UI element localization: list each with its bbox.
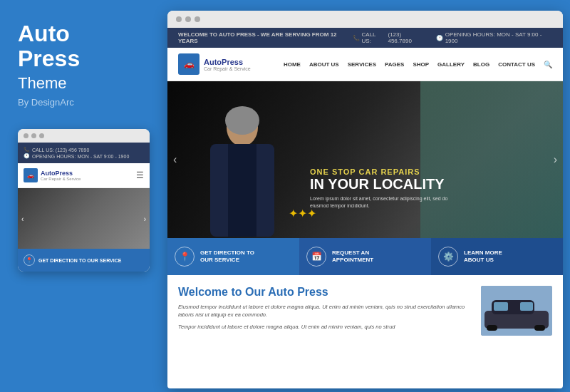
welcome-text: Welcome to Our Auto Press Eiusmod tempor… xyxy=(178,286,472,336)
mobile-nav-arrows: ‹ › xyxy=(18,215,150,222)
left-panel: Auto Press Theme By DesignArc 📞 CALL US:… xyxy=(0,0,157,392)
app-title: Auto Press Theme By DesignArc xyxy=(18,21,142,108)
hero-paragraph: Lorem ipsum dolor sit amet, consectetur … xyxy=(310,195,452,210)
mobile-phone-icon: 📞 xyxy=(24,147,30,153)
mobile-logo-text: AutoPress Car Repair & Service xyxy=(41,170,81,181)
appointment-icon: 📅 xyxy=(306,247,326,267)
site-logo-icon: 🚗 xyxy=(178,53,200,75)
mobile-phone: CALL US: (123) 456 7890 xyxy=(32,148,89,153)
direction-icon: 📍 xyxy=(175,247,195,267)
welcome-car-svg xyxy=(481,286,552,336)
nav-gallery[interactable]: GALLERY xyxy=(437,61,465,68)
nav-contact[interactable]: CONTACT US xyxy=(498,61,535,68)
browser-window: WELCOME TO AUTO PRESS - WE ARE SERVING F… xyxy=(167,11,563,388)
cta-direction[interactable]: 📍 GET DIRECTION TOOUR SERVICE xyxy=(167,238,299,275)
svg-point-2 xyxy=(225,106,259,135)
nav-shop[interactable]: SHOP xyxy=(413,61,429,68)
mobile-hours: OPENING HOURS: MON - SAT 9:00 - 1900 xyxy=(32,154,129,159)
learn-more-icon: ⚙️ xyxy=(438,247,458,267)
mobile-topbar: 📞 CALL US: (123) 456 7890 🕐 OPENING HOUR… xyxy=(18,143,150,163)
search-icon[interactable]: 🔍 xyxy=(544,61,552,68)
mobile-clock-icon: 🕐 xyxy=(24,153,30,159)
browser-dot-3 xyxy=(195,16,200,22)
hero-person-svg xyxy=(189,88,296,238)
hero-subtitle: ONE STOP CAR REPAIRS xyxy=(310,167,452,176)
welcome-car-image xyxy=(481,286,552,336)
svg-rect-4 xyxy=(228,144,256,237)
site-topbar-right: 📞 CALL US: (123) 456.7890 🕐 OPENING HOUR… xyxy=(353,31,552,44)
mobile-cta-icon: 📍 xyxy=(24,254,35,266)
site-welcome-text: WELCOME TO AUTO PRESS - WE ARE SERVING F… xyxy=(178,31,353,44)
browser-titlebar xyxy=(167,11,563,28)
cta-learn-more-label: LEARN MOREABOUT US xyxy=(464,249,502,264)
site-logo: 🚗 AutoPress Car Repair & Service xyxy=(178,53,251,75)
title-subtitle: Theme xyxy=(18,74,142,93)
hero-content: ONE STOP CAR REPAIRS IN YOUR LOCALITY Lo… xyxy=(310,167,452,210)
nav-pages[interactable]: PAGES xyxy=(385,61,404,68)
svg-rect-10 xyxy=(494,302,508,311)
title-line1: Auto Press xyxy=(18,21,142,71)
mobile-logo-icon: 🚗 xyxy=(24,168,38,182)
mobile-logo-bar: 🚗 AutoPress Car Repair & Service ☰ xyxy=(18,163,150,188)
welcome-title: Welcome to Our Auto Press xyxy=(178,286,472,299)
clock-icon: 🕐 xyxy=(436,35,443,41)
nav-home[interactable]: HOME xyxy=(284,61,301,68)
welcome-para1: Eiusmod tempor incididunt ut labore et d… xyxy=(178,303,472,319)
hero-person xyxy=(189,88,296,238)
mobile-cta: 📍 GET DIRECTION TO OUR SERVICE xyxy=(18,249,150,272)
svg-rect-9 xyxy=(534,325,545,331)
hero-next-arrow[interactable]: › xyxy=(554,153,557,166)
welcome-section: Welcome to Our Auto Press Eiusmod tempor… xyxy=(167,275,563,336)
nav-blog[interactable]: BLOG xyxy=(473,61,489,68)
site-nav-links: HOME ABOUT US SERVICES PAGES SHOP GALLER… xyxy=(284,61,552,68)
cta-bar: 📍 GET DIRECTION TOOUR SERVICE 📅 REQUEST … xyxy=(167,238,563,275)
mobile-titlebar xyxy=(18,129,150,143)
hero-title: IN YOUR LOCALITY xyxy=(310,176,452,192)
mobile-cta-label: GET DIRECTION TO OUR SERVICE xyxy=(38,258,121,263)
mobile-prev-arrow[interactable]: ‹ xyxy=(21,215,24,222)
mobile-dot-2 xyxy=(31,133,36,138)
hero-garage xyxy=(420,81,563,238)
welcome-para2: Tempor incididunt ut labore et dolore ma… xyxy=(178,323,472,331)
svg-rect-11 xyxy=(520,302,533,311)
svg-rect-8 xyxy=(487,325,497,331)
welcome-image xyxy=(481,286,552,336)
nav-services[interactable]: SERVICES xyxy=(348,61,376,68)
browser-dot-1 xyxy=(176,16,182,22)
site-topbar: WELCOME TO AUTO PRESS - WE ARE SERVING F… xyxy=(167,28,563,48)
mobile-next-arrow[interactable]: › xyxy=(144,215,146,222)
mobile-dot-3 xyxy=(39,133,44,138)
mobile-preview: 📞 CALL US: (123) 456 7890 🕐 OPENING HOUR… xyxy=(18,129,150,272)
title-author: By DesignArc xyxy=(18,97,142,108)
hero-prev-arrow[interactable]: ‹ xyxy=(173,153,177,166)
cta-appointment-label: REQUEST ANAPPOINTMENT xyxy=(332,249,373,264)
mobile-dot-1 xyxy=(24,133,28,138)
cta-appointment[interactable]: 📅 REQUEST ANAPPOINTMENT xyxy=(299,238,431,275)
phone-icon: 📞 xyxy=(353,35,360,41)
cta-learn-more[interactable]: ⚙️ LEARN MOREABOUT US xyxy=(431,238,563,275)
site-hours: 🕐 OPENING HOURS: MON - SAT 9:00 - 1900 xyxy=(436,31,552,44)
nav-about[interactable]: ABOUT US xyxy=(309,61,339,68)
cta-direction-label: GET DIRECTION TOOUR SERVICE xyxy=(200,249,254,264)
mobile-menu-icon[interactable]: ☰ xyxy=(136,170,144,180)
site-logo-text: AutoPress Car Repair & Service xyxy=(204,58,251,71)
site-hero: ✦✦✦ ‹ › ONE STOP CAR REPAIRS IN YOUR LOC… xyxy=(167,81,563,238)
site-phone: 📞 CALL US: (123) 456.7890 xyxy=(353,31,425,44)
site-navbar: 🚗 AutoPress Car Repair & Service HOME AB… xyxy=(167,48,563,81)
browser-dot-2 xyxy=(185,16,191,22)
mobile-hero: ‹ › xyxy=(18,188,150,249)
